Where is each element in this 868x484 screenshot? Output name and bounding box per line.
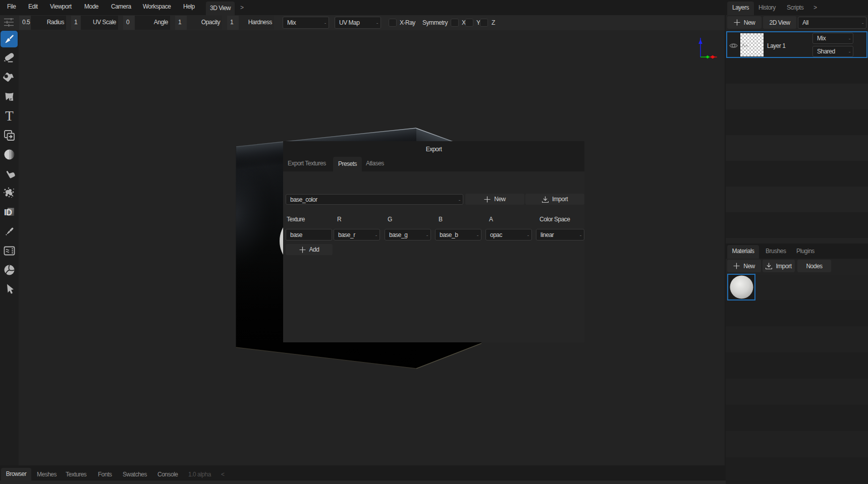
svg-text:ID: ID: [4, 208, 12, 217]
svg-text:T: T: [5, 109, 14, 122]
